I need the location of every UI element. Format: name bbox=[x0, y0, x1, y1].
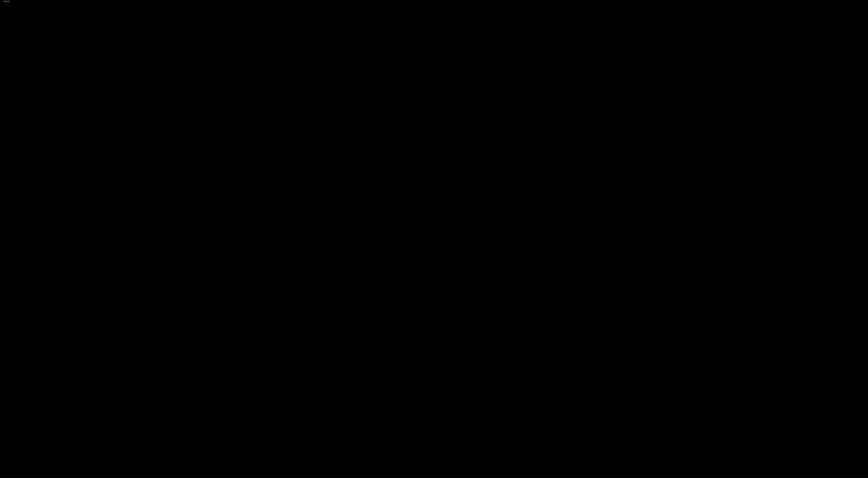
mt4-chart-window bbox=[0, 0, 868, 478]
chart-title-ohlc bbox=[3, 1, 10, 2]
